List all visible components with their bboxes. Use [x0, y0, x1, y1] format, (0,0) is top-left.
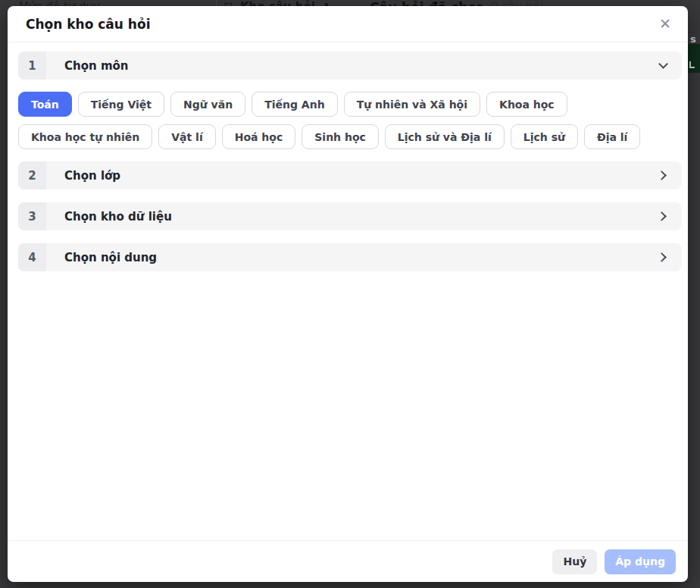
chosen-questions-heading: Câu hỏi đã chọn	[370, 0, 486, 6]
background-page-strip: Mức độ tư duy ⌄ ▽ Kho câu hỏi ↗ Câu hỏi …	[0, 0, 700, 6]
chevron-right-icon	[657, 211, 667, 221]
dot-separator: •	[480, 0, 486, 6]
section-label: Chọn kho dữ liệu	[64, 210, 172, 224]
section-choose-data-bank[interactable]: 3 Chọn kho dữ liệu	[18, 202, 682, 230]
subject-chip[interactable]: Tự nhiên và Xã hội	[344, 92, 480, 117]
subject-chip[interactable]: Vật lí	[158, 124, 215, 149]
subject-chip[interactable]: Khoa học	[486, 92, 567, 117]
chosen-questions-count: 0 câu hỏi	[491, 0, 543, 6]
dialog-header: Chọn kho câu hỏi ✕	[8, 6, 688, 42]
subject-chip[interactable]: Lịch sử	[511, 124, 578, 149]
external-link-icon: ↗	[320, 0, 330, 6]
chevron-down-icon	[658, 59, 668, 69]
section-number: 3	[18, 202, 46, 230]
question-bank-link: Kho câu hỏi	[240, 0, 315, 6]
toolbar-divider	[216, 0, 217, 6]
background-green-logo-fragment	[689, 61, 695, 68]
subject-chip[interactable]: Tiếng Anh	[252, 92, 337, 117]
filter-icon: ▽	[224, 0, 233, 6]
subject-chip[interactable]: Sinh học	[302, 124, 379, 149]
subject-chip[interactable]: Lịch sử và Địa lí	[385, 124, 505, 149]
section-choose-content[interactable]: 4 Chọn nội dung	[18, 243, 682, 271]
background-letter: s	[690, 33, 696, 45]
subject-chip[interactable]: Tiếng Việt	[78, 92, 164, 117]
subject-chip[interactable]: Hoá học	[222, 124, 296, 149]
subject-chip-list: ToánTiếng ViệtNgữ vănTiếng AnhTự nhiên v…	[18, 92, 682, 149]
subject-chip[interactable]: Địa lí	[584, 124, 640, 149]
section-label: Chọn lớp	[64, 169, 120, 183]
section-number: 4	[18, 243, 46, 271]
apply-button[interactable]: Áp dụng	[605, 549, 676, 574]
section-label: Chọn môn	[64, 59, 129, 73]
section-number: 2	[18, 161, 46, 189]
background-right-strip: s	[688, 0, 700, 588]
section-label: Chọn nội dung	[64, 251, 157, 264]
subject-chip[interactable]: Ngữ văn	[170, 92, 245, 117]
level-dropdown: Mức độ tư duy	[19, 0, 100, 6]
close-icon[interactable]: ✕	[656, 15, 674, 33]
dialog-title: Chọn kho câu hỏi	[26, 17, 150, 32]
chevron-right-icon	[657, 252, 667, 262]
subject-chip[interactable]: Khoa học tự nhiên	[18, 124, 152, 149]
section-choose-grade[interactable]: 2 Chọn lớp	[18, 161, 682, 189]
cancel-button[interactable]: Huỷ	[552, 549, 597, 574]
dialog-footer: Huỷ Áp dụng	[8, 540, 688, 582]
chevron-down-icon: ⌄	[188, 0, 196, 6]
choose-question-bank-dialog: Chọn kho câu hỏi ✕ 1 Chọn môn ToánTiếng …	[8, 6, 688, 582]
chevron-right-icon	[657, 170, 667, 180]
background-green-panel	[688, 44, 700, 73]
section-number: 1	[18, 52, 46, 80]
dialog-body: 1 Chọn môn ToánTiếng ViệtNgữ vănTiếng An…	[8, 42, 688, 540]
subject-chip[interactable]: Toán	[18, 92, 72, 117]
section-choose-subject[interactable]: 1 Chọn môn	[18, 52, 682, 80]
